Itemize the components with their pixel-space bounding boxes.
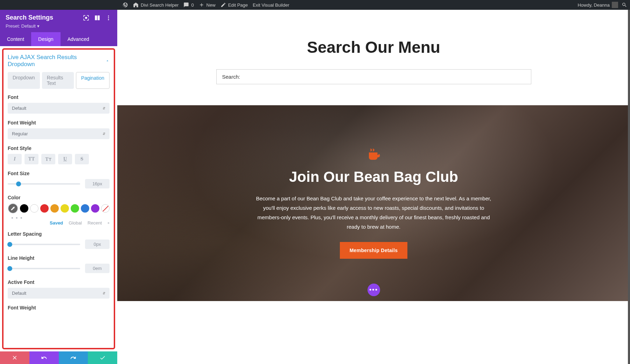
gear-icon[interactable] — [107, 221, 110, 226]
color-swatch-row — [8, 203, 110, 214]
select-font[interactable]: Default⇵ — [8, 103, 110, 114]
style-uppercase-button[interactable]: TT — [24, 154, 38, 164]
swatch-white[interactable] — [30, 204, 38, 213]
label-color: Color — [8, 195, 110, 200]
builder-fab-button[interactable]: ••• — [368, 284, 380, 296]
label-font-style: Font Style — [8, 145, 110, 151]
undo-button[interactable] — [29, 351, 59, 364]
scrollbar[interactable] — [628, 10, 630, 364]
more-icon[interactable] — [105, 15, 112, 21]
search-icon[interactable] — [622, 2, 627, 8]
tab-content[interactable]: Content — [0, 32, 31, 46]
label-font-size: Font Size — [8, 171, 110, 176]
palette-tabs: Saved Global Recent — [8, 220, 110, 226]
input-font-size[interactable]: 16px — [85, 179, 110, 188]
avatar — [612, 2, 618, 8]
label-font: Font — [8, 94, 110, 100]
swatch-blue[interactable] — [81, 204, 89, 213]
label-active-font: Active Font — [8, 279, 110, 285]
wp-logo-icon[interactable] — [122, 2, 128, 8]
hero2-title: Join Our Bean Bag Club — [289, 169, 458, 185]
select-active-font[interactable]: Default⇵ — [8, 288, 110, 299]
select-caret-icon: ⇵ — [103, 106, 105, 110]
comments-link[interactable]: 0 — [183, 2, 194, 8]
color-picker-button[interactable] — [8, 203, 18, 214]
palette-tab-saved[interactable]: Saved — [50, 220, 63, 226]
chevron-down-icon: ▾ — [37, 23, 40, 29]
comments-count: 0 — [191, 2, 194, 8]
bean-bag-section: Join Our Bean Bag Club Become a part of … — [117, 105, 630, 301]
howdy-user-link[interactable]: Howdy, Deanna — [578, 2, 618, 8]
swatch-purple[interactable] — [91, 204, 99, 213]
chevron-up-icon — [105, 59, 110, 63]
new-label: New — [206, 2, 216, 8]
sidebar-title: Search Settings — [6, 14, 78, 21]
label-letter-spacing: Letter Spacing — [8, 231, 110, 237]
slider-letter-spacing[interactable] — [8, 244, 80, 245]
edit-page-link[interactable]: Edit Page — [220, 2, 248, 8]
style-italic-button[interactable]: I — [8, 154, 22, 164]
style-smallcaps-button[interactable]: Tᴛ — [41, 154, 55, 164]
svg-point-2 — [108, 19, 109, 20]
site-name-link[interactable]: Divi Search Helper — [133, 2, 178, 8]
save-button[interactable] — [88, 351, 117, 364]
select-caret-icon: ⇵ — [103, 132, 105, 136]
svg-point-0 — [108, 15, 109, 16]
target-icon[interactable] — [83, 15, 89, 21]
label-font-weight: Font Weight — [8, 120, 110, 126]
swatch-orange[interactable] — [50, 204, 59, 213]
svg-point-1 — [108, 17, 109, 18]
swatch-yellow[interactable] — [61, 204, 69, 213]
slider-font-size[interactable] — [8, 183, 80, 185]
columns-icon[interactable] — [94, 15, 100, 21]
palette-more-icon[interactable]: ● ● ● — [11, 216, 110, 220]
tab-advanced[interactable]: Advanced — [61, 32, 96, 46]
swatch-none[interactable] — [101, 204, 110, 213]
label-line-height: Line Height — [8, 255, 110, 261]
select-font-weight[interactable]: Regular⇵ — [8, 128, 110, 139]
input-letter-spacing[interactable]: 0px — [85, 240, 110, 249]
style-underline-button[interactable]: U — [58, 154, 72, 164]
tab-design[interactable]: Design — [31, 32, 61, 46]
settings-sidebar: Search Settings Preset: Default▾ Content… — [0, 10, 117, 364]
preset-selector[interactable]: Preset: Default▾ — [6, 23, 112, 29]
hero1-title: Search Our Menu — [131, 38, 616, 57]
sidebar-body-highlighted: Live AJAX Search Results Dropdown Dropdo… — [2, 48, 115, 349]
wp-admin-bar: Divi Search Helper 0 New Edit Page Exit … — [0, 0, 630, 10]
exit-visual-builder-link[interactable]: Exit Visual Builder — [253, 2, 289, 8]
sidebar-header: Search Settings Preset: Default▾ — [0, 10, 117, 32]
search-input[interactable]: Search: — [216, 69, 531, 84]
site-name-text: Divi Search Helper — [141, 2, 178, 8]
cancel-button[interactable] — [0, 351, 29, 364]
label-font-weight-2: Font Weight — [8, 305, 110, 311]
edit-page-label: Edit Page — [228, 2, 248, 8]
swatch-red[interactable] — [40, 204, 49, 213]
input-line-height[interactable]: 0em — [85, 264, 110, 273]
membership-details-button[interactable]: Membership Details — [340, 242, 408, 259]
subtab-dropdown[interactable]: Dropdown — [8, 72, 40, 89]
font-style-buttons: I TT Tᴛ U S — [8, 154, 110, 164]
section-title[interactable]: Live AJAX Search Results Dropdown — [8, 54, 110, 68]
hero2-body: Become a part of our Bean Bag Club and t… — [251, 194, 496, 231]
subtab-results-text[interactable]: Results Text — [42, 72, 74, 89]
palette-tab-global[interactable]: Global — [69, 220, 82, 226]
subtab-pagination[interactable]: Pagination — [76, 72, 110, 89]
select-caret-icon: ⇵ — [103, 291, 105, 295]
sidebar-tabs: Content Design Advanced — [0, 32, 117, 46]
swatch-green[interactable] — [71, 204, 79, 213]
style-strike-button[interactable]: S — [75, 154, 89, 164]
search-section: Search Our Menu Search: — [117, 10, 630, 105]
page-preview: Search Our Menu Search: Join Our Bean Ba… — [117, 10, 630, 364]
redo-button[interactable] — [59, 351, 88, 364]
new-link[interactable]: New — [199, 2, 216, 8]
coffee-cup-icon — [366, 148, 381, 162]
sidebar-footer — [0, 351, 117, 364]
subtabs: Dropdown Results Text Pagination — [8, 72, 110, 89]
slider-line-height[interactable] — [8, 268, 80, 269]
swatch-black[interactable] — [20, 204, 28, 213]
palette-tab-recent[interactable]: Recent — [88, 220, 102, 226]
